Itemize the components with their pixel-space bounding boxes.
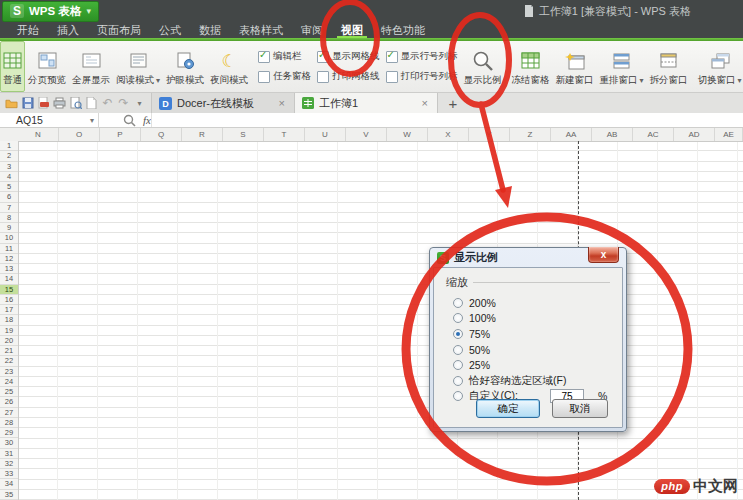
menu-tab-表格样式[interactable]: 表格样式 [230, 22, 292, 38]
menu-tab-插入[interactable]: 插入 [48, 22, 88, 38]
checkbox-option-编辑栏[interactable]: 编辑栏 [258, 50, 311, 63]
row-header-19[interactable]: 19 [0, 326, 18, 336]
checkbox-unchecked-icon[interactable] [386, 71, 398, 83]
column-header-Q[interactable]: Q [141, 128, 182, 141]
column-header-R[interactable]: R [182, 128, 223, 141]
row-header-9[interactable]: 9 [0, 223, 18, 233]
ribbon-button-分页预览[interactable]: 分页预览 [25, 41, 69, 92]
spreadsheet-grid[interactable] [18, 141, 743, 500]
row-header-20[interactable]: 20 [0, 336, 18, 346]
zoom-option-200%[interactable]: 200% [446, 295, 610, 311]
ribbon-button-重排窗口[interactable]: 重排窗口▾ [597, 41, 647, 92]
zoom-option-100%[interactable]: 100% [446, 311, 610, 327]
cancel-button[interactable]: 取消 [552, 399, 608, 418]
row-header-32[interactable]: 32 [0, 459, 18, 469]
checkbox-checked-icon[interactable] [258, 51, 270, 63]
ribbon-button-切换窗口[interactable]: 切换窗口▾ [695, 41, 743, 92]
column-header-Y[interactable]: Y [469, 128, 510, 141]
row-header-21[interactable]: 21 [0, 346, 18, 356]
close-icon[interactable]: × [277, 97, 287, 109]
menu-tab-开始[interactable]: 开始 [8, 22, 48, 38]
menu-tab-公式[interactable]: 公式 [150, 22, 190, 38]
row-header-18[interactable]: 18 [0, 315, 18, 325]
checkbox-option-打印行号列标[interactable]: 打印行号列标 [386, 70, 458, 83]
row-header-16[interactable]: 16 [0, 295, 18, 305]
column-header-Z[interactable]: Z [510, 128, 551, 141]
print-preview-icon[interactable] [69, 96, 82, 110]
radio-selected-icon[interactable] [453, 329, 463, 339]
new-tab-button[interactable]: + [438, 93, 468, 113]
zoom-option-恰好容纳选定区域(F)[interactable]: 恰好容纳选定区域(F) [446, 373, 610, 389]
menu-tab-页面布局[interactable]: 页面布局 [88, 22, 150, 38]
magnifier-icon[interactable] [123, 114, 136, 127]
close-icon[interactable]: × [420, 97, 430, 109]
column-header-S[interactable]: S [223, 128, 264, 141]
doc-tab-Docer-在线模板[interactable]: DDocer-在线模板× [152, 93, 295, 113]
row-header-29[interactable]: 29 [0, 428, 18, 438]
open-folder-icon[interactable] [5, 96, 18, 110]
column-header-U[interactable]: U [305, 128, 346, 141]
ribbon-button-新建窗口[interactable]: 新建窗口 [553, 41, 597, 92]
checkbox-unchecked-icon[interactable] [258, 71, 270, 83]
row-header-3[interactable]: 3 [0, 162, 18, 172]
row-header-7[interactable]: 7 [0, 203, 18, 213]
row-header-1[interactable]: 1 [0, 141, 18, 151]
column-header-AB[interactable]: AB [592, 128, 633, 141]
row-header-8[interactable]: 8 [0, 213, 18, 223]
zoom-option-50%[interactable]: 50% [446, 342, 610, 358]
radio-unselected-icon[interactable] [453, 313, 463, 323]
row-header-13[interactable]: 13 [0, 264, 18, 274]
row-header-24[interactable]: 24 [0, 377, 18, 387]
radio-unselected-icon[interactable] [453, 345, 463, 355]
checkbox-option-任务窗格[interactable]: 任务窗格 [258, 70, 311, 83]
ribbon-button-显示比例[interactable]: 显示比例 [461, 41, 505, 92]
save-icon[interactable] [21, 96, 34, 110]
row-header-17[interactable]: 17 [0, 305, 18, 315]
row-header-14[interactable]: 14 [0, 274, 18, 284]
column-header-AA[interactable]: AA [551, 128, 592, 141]
redo-icon[interactable]: ↷ [117, 96, 130, 110]
column-header-O[interactable]: O [59, 128, 100, 141]
row-header-12[interactable]: 12 [0, 254, 18, 264]
column-header-T[interactable]: T [264, 128, 305, 141]
export-pdf-icon[interactable] [37, 96, 50, 110]
row-header-28[interactable]: 28 [0, 418, 18, 428]
zoom-option-25%[interactable]: 25% [446, 357, 610, 373]
fx-label[interactable]: fx [143, 114, 151, 126]
row-header-23[interactable]: 23 [0, 367, 18, 377]
print-icon[interactable] [53, 96, 66, 110]
ribbon-button-冻结窗格[interactable]: 冻结窗格 [509, 41, 553, 92]
wps-menu-button[interactable]: S WPS 表格 ▾ [2, 1, 99, 22]
row-header-30[interactable]: 30 [0, 438, 18, 448]
checkbox-option-打印网格线[interactable]: 打印网格线 [317, 70, 380, 83]
radio-unselected-icon[interactable] [453, 360, 463, 370]
menu-tab-视图[interactable]: 视图 [332, 22, 372, 38]
ribbon-button-夜间模式[interactable]: ☾夜间模式 [207, 41, 251, 92]
row-header-22[interactable]: 22 [0, 356, 18, 366]
row-header-10[interactable]: 10 [0, 233, 18, 243]
name-box[interactable]: AQ15 ▾ [0, 113, 99, 127]
ribbon-button-普通[interactable]: 普通 [0, 41, 25, 92]
column-header-AE[interactable]: AE [715, 128, 743, 141]
menu-tab-审阅[interactable]: 审阅 [292, 22, 332, 38]
row-header-34[interactable]: 34 [0, 479, 18, 489]
checkbox-checked-icon[interactable] [386, 51, 398, 63]
row-header-25[interactable]: 25 [0, 387, 18, 397]
row-header-2[interactable]: 2 [0, 151, 18, 161]
checkbox-option-显示行号列标[interactable]: 显示行号列标 [386, 50, 458, 63]
menu-tab-特色功能[interactable]: 特色功能 [372, 22, 434, 38]
zoom-option-75%[interactable]: 75% [446, 326, 610, 342]
column-header-AC[interactable]: AC [633, 128, 674, 141]
document-icon[interactable] [85, 96, 98, 110]
chevron-down-icon[interactable]: ▾ [90, 116, 94, 125]
checkbox-unchecked-icon[interactable] [317, 71, 329, 83]
formula-input[interactable] [151, 113, 743, 127]
row-header-35[interactable]: 35 [0, 490, 18, 500]
radio-unselected-icon[interactable] [453, 376, 463, 386]
ribbon-button-全屏显示[interactable]: 全屏显示 [69, 41, 113, 92]
checkbox-option-显示网格线[interactable]: 显示网格线 [317, 50, 380, 63]
radio-unselected-icon[interactable] [453, 391, 463, 401]
menu-tab-数据[interactable]: 数据 [190, 22, 230, 38]
row-header-5[interactable]: 5 [0, 182, 18, 192]
select-all-corner[interactable] [0, 128, 19, 142]
